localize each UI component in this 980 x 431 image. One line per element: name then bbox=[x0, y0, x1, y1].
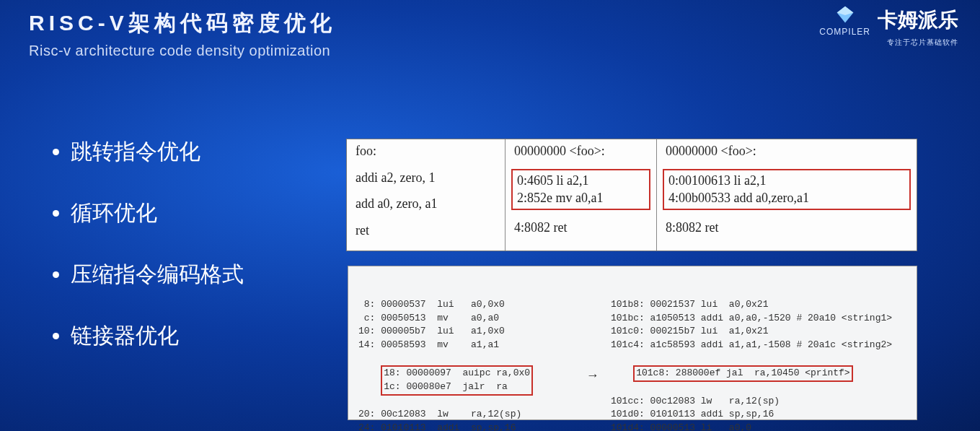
col-header: 00000000 <foo>: bbox=[514, 144, 648, 159]
col-header: foo: bbox=[356, 144, 496, 159]
highlighted-block: 18: 00000097 auipc ra,0x0 1c: 000080e7 j… bbox=[381, 365, 533, 396]
code-comparison-panel: foo: addi a2, zero, 1 add a0, zero, a1 r… bbox=[346, 139, 917, 251]
after-linker-column: 101b8: 00021537 lui a0,0x21 101bc: a1050… bbox=[611, 271, 909, 415]
asm-line: 4:00b00533 add a0,zero,a1 bbox=[668, 189, 905, 206]
linker-optimization-panel: 8: 00000537 lui a0,0x0 c: 00050513 mv a0… bbox=[348, 266, 917, 420]
highlighted-block: 0:00100613 li a2,1 4:00b00533 add a0,zer… bbox=[663, 169, 911, 210]
logo-subtitle: 专注于芯片基础软件 bbox=[819, 38, 958, 46]
bullet-list: 跳转指令优化 循环优化 压缩指令编码格式 链接器优化 bbox=[50, 137, 244, 383]
asm-line: 2:852e mv a0,a1 bbox=[517, 189, 645, 206]
compressed-column: 00000000 <foo>: 0:4605 li a2,1 2:852e mv… bbox=[506, 139, 657, 251]
asm-line: ret bbox=[356, 222, 496, 239]
title-english: Risc-v architecture code density optimiz… bbox=[29, 43, 336, 59]
col-header: 00000000 <foo>: bbox=[666, 144, 908, 159]
logo-compiler-text: COMPILER bbox=[819, 27, 870, 37]
asm-line: addi a2, zero, 1 bbox=[356, 169, 496, 186]
compiler-logo-block: COMPILER bbox=[819, 4, 870, 37]
arrow-icon: → bbox=[582, 271, 604, 415]
bullet-item: 跳转指令优化 bbox=[71, 137, 244, 167]
bullet-item: 链接器优化 bbox=[71, 321, 244, 351]
source-column: foo: addi a2, zero, 1 add a0, zero, a1 r… bbox=[347, 139, 506, 251]
bullet-item: 压缩指令编码格式 bbox=[71, 260, 244, 289]
uncompressed-column: 00000000 <foo>: 0:00100613 li a2,1 4:00b… bbox=[657, 139, 917, 251]
highlighted-block: 0:4605 li a2,1 2:852e mv a0,a1 bbox=[511, 169, 650, 210]
asm-block: 18: 00000097 auipc ra,0x0 1c: 000080e7 j… bbox=[384, 367, 530, 392]
before-linker-column: 8: 00000537 lui a0,0x0 c: 00050513 mv a0… bbox=[358, 271, 575, 415]
brand-logo: COMPILER 卡姆派乐 专注于芯片基础软件 bbox=[819, 4, 958, 46]
asm-block: 101c8: 288000ef jal ra,10450 <printf> bbox=[636, 367, 849, 378]
asm-line: 8:8082 ret bbox=[666, 219, 908, 236]
asm-block: 101cc: 00c12083 lw ra,12(sp) 101d0: 0101… bbox=[611, 395, 909, 431]
diamond-icon bbox=[835, 14, 855, 27]
slide-header: RISC-V架构代码密度优化 Risc-v architecture code … bbox=[29, 9, 336, 59]
asm-block: 101b8: 00021537 lui a0,0x21 101bc: a1050… bbox=[611, 298, 909, 352]
highlighted-block: 101c8: 288000ef jal ra,10450 <printf> bbox=[633, 365, 852, 382]
title-chinese: RISC-V架构代码密度优化 bbox=[29, 9, 336, 38]
asm-line: 4:8082 ret bbox=[514, 219, 648, 236]
logo-chinese-name: 卡姆派乐 bbox=[878, 9, 958, 32]
asm-block: 20: 00c12083 lw ra,12(sp) 24: 01010113 a… bbox=[358, 408, 575, 431]
asm-block: 8: 00000537 lui a0,0x0 c: 00050513 mv a0… bbox=[358, 298, 575, 352]
asm-line: 0:4605 li a2,1 bbox=[517, 172, 645, 189]
asm-line: 0:00100613 li a2,1 bbox=[668, 172, 905, 189]
asm-line: add a0, zero, a1 bbox=[356, 195, 496, 212]
bullet-item: 循环优化 bbox=[71, 199, 244, 228]
